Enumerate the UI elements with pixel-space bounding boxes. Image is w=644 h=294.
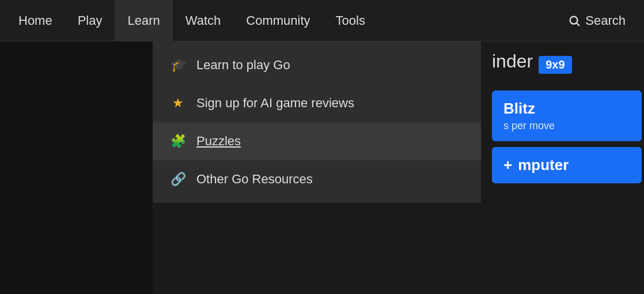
- inder-text: inder: [492, 51, 533, 72]
- nav-item-play[interactable]: Play: [65, 0, 115, 42]
- nav-play-label: Play: [78, 13, 103, 28]
- dropdown-item-other-resources[interactable]: 🔗 Other Go Resources: [153, 160, 481, 198]
- left-overlay: [0, 42, 153, 294]
- dropdown-ai-reviews-label: Sign up for AI game reviews: [196, 96, 354, 111]
- dropdown-other-resources-label: Other Go Resources: [196, 172, 313, 187]
- graduation-icon: 🎓: [170, 58, 186, 73]
- nav-tools-label: Tools: [336, 13, 365, 28]
- inder-row: inder 9x9: [492, 51, 635, 79]
- computer-text: +: [503, 156, 512, 174]
- nav-home-label: Home: [18, 13, 52, 28]
- blitz-card[interactable]: Blitz s per move: [492, 91, 642, 141]
- dropdown-learn-to-play-label: Learn to play Go: [196, 58, 290, 73]
- dropdown-puzzles-label: Puzzles: [196, 134, 241, 149]
- search-label: Search: [585, 13, 626, 28]
- nav-community-label: Community: [246, 13, 310, 28]
- nav-learn-label: Learn: [127, 13, 160, 28]
- navbar: Home Play Learn Watch Community Tools Se…: [0, 0, 644, 42]
- dropdown-item-learn-to-play[interactable]: 🎓 Learn to play Go: [153, 46, 481, 84]
- blitz-title: Blitz: [503, 100, 630, 118]
- nav-item-learn[interactable]: Learn: [115, 0, 172, 42]
- nav-item-watch[interactable]: Watch: [173, 0, 234, 42]
- svg-line-1: [577, 23, 579, 25]
- nav-item-tools[interactable]: Tools: [323, 0, 378, 42]
- badge-9x9[interactable]: 9x9: [539, 56, 571, 74]
- nav-item-community[interactable]: Community: [233, 0, 323, 42]
- star-icon: ★: [170, 96, 186, 111]
- link-icon: 🔗: [170, 172, 186, 187]
- puzzle-icon: 🧩: [170, 134, 186, 149]
- learn-dropdown: 🎓 Learn to play Go ★ Sign up for AI game…: [153, 42, 481, 203]
- right-panel: inder 9x9 Blitz s per move + mputer: [483, 42, 644, 294]
- computer-label: mputer: [518, 156, 569, 174]
- blitz-sub: s per move: [503, 120, 630, 132]
- dropdown-item-puzzles[interactable]: 🧩 Puzzles: [153, 122, 481, 160]
- nav-item-home[interactable]: Home: [6, 0, 65, 42]
- search-icon: [568, 14, 581, 27]
- computer-card[interactable]: + mputer: [492, 147, 642, 183]
- dropdown-item-ai-reviews[interactable]: ★ Sign up for AI game reviews: [153, 84, 481, 122]
- nav-search[interactable]: Search: [555, 0, 638, 42]
- nav-watch-label: Watch: [185, 13, 221, 28]
